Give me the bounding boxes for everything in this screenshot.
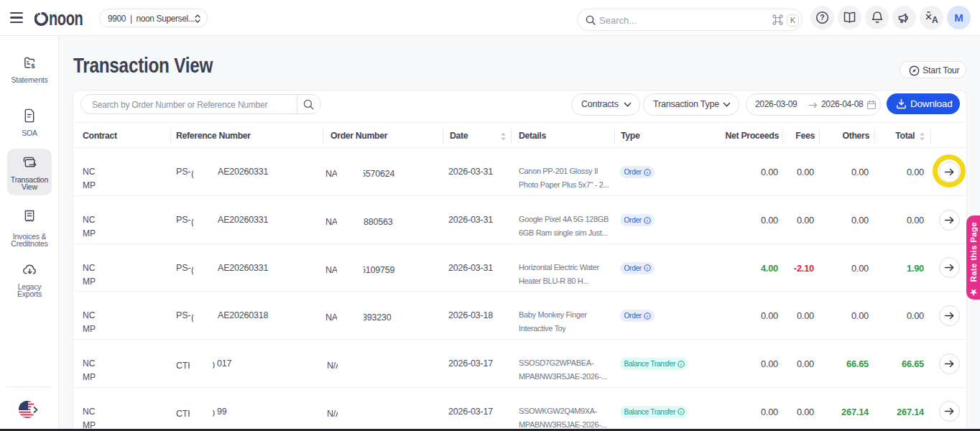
svg-text:?: ? [820,13,824,22]
svg-text:A: A [932,15,938,24]
svg-text:$: $ [31,62,34,70]
